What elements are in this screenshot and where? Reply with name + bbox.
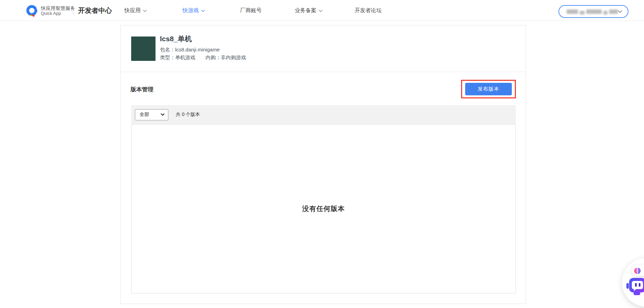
- empty-state-text: 没有任何版本: [302, 204, 345, 213]
- section-divider: [121, 72, 526, 72]
- version-management-title: 版本管理: [130, 86, 153, 93]
- brand-text: 快应用智慧服务 Quick App: [41, 5, 75, 16]
- type-label: 类型：: [160, 54, 175, 60]
- nav-label: 开发者论坛: [355, 7, 382, 14]
- nav-item-business-filing[interactable]: 业务备案: [295, 0, 323, 21]
- version-filter-bar: 全部 共 0 个版本: [131, 105, 516, 124]
- brand-name-cn: 快应用智慧服务: [41, 5, 75, 11]
- brand-home-link[interactable]: 快应用智慧服务 Quick App: [25, 0, 75, 21]
- purchase-label: 内购：: [206, 54, 221, 60]
- app-detail-card: lcs8_单机 包名：lcs8.danji.minigame 类型：单机游戏内购…: [120, 25, 526, 304]
- chevron-down-icon: [161, 113, 165, 116]
- app-type-row: 类型：单机游戏内购：非内购游戏: [160, 54, 246, 61]
- red-highlight-annotation: 发布版本: [461, 80, 516, 98]
- nav-label: 业务备案: [295, 7, 316, 14]
- package-label: 包名：: [160, 47, 175, 52]
- portal-title: 开发者中心: [78, 0, 112, 21]
- account-name-redacted: [567, 8, 618, 15]
- chevron-down-icon: [319, 10, 323, 12]
- nav-label: 厂商账号: [240, 7, 262, 14]
- version-filter-select[interactable]: 全部: [135, 109, 168, 120]
- app-icon: [131, 37, 156, 61]
- account-menu-button[interactable]: [558, 5, 628, 18]
- quickapp-developer-console: { "header": { "brand": { "logo_line1": "…: [0, 0, 644, 308]
- version-count-text: 共 0 个版本: [176, 112, 200, 118]
- nav-item-vendor-account[interactable]: 厂商账号: [240, 0, 262, 21]
- brand-divider: [73, 6, 73, 15]
- ai-assistant-button[interactable]: [631, 265, 644, 276]
- version-filter-value: 全部: [140, 112, 149, 118]
- app-name: lcs8_单机: [160, 34, 192, 44]
- purchase-value: 非内购游戏: [221, 54, 246, 60]
- quickapp-logo-icon: [25, 4, 38, 17]
- nav-label: 快游戏: [183, 7, 199, 14]
- nav-item-quickgame[interactable]: 快游戏: [183, 0, 205, 21]
- chevron-down-icon: [201, 10, 205, 12]
- nav-item-quickapp[interactable]: 快应用: [124, 0, 147, 21]
- package-value: lcs8.danji.minigame: [175, 47, 220, 52]
- robot-icon: [626, 277, 644, 296]
- chevron-down-icon: [143, 10, 147, 12]
- nav-item-developer-forum[interactable]: 开发者论坛: [355, 0, 382, 21]
- version-list-empty-area: 没有任何版本: [131, 124, 516, 293]
- brain-icon: [634, 267, 641, 275]
- brand-name-en: Quick App: [41, 11, 75, 16]
- top-header: 快应用智慧服务 Quick App 开发者中心 快应用 快游戏 厂商账号 业务备…: [0, 0, 644, 21]
- type-value: 单机游戏: [175, 54, 195, 60]
- app-package-row: 包名：lcs8.danji.minigame: [160, 47, 220, 53]
- chevron-down-icon: [618, 10, 622, 13]
- nav-label: 快应用: [124, 7, 141, 14]
- publish-version-button[interactable]: 发布版本: [465, 83, 512, 95]
- chatbot-button[interactable]: [626, 277, 644, 298]
